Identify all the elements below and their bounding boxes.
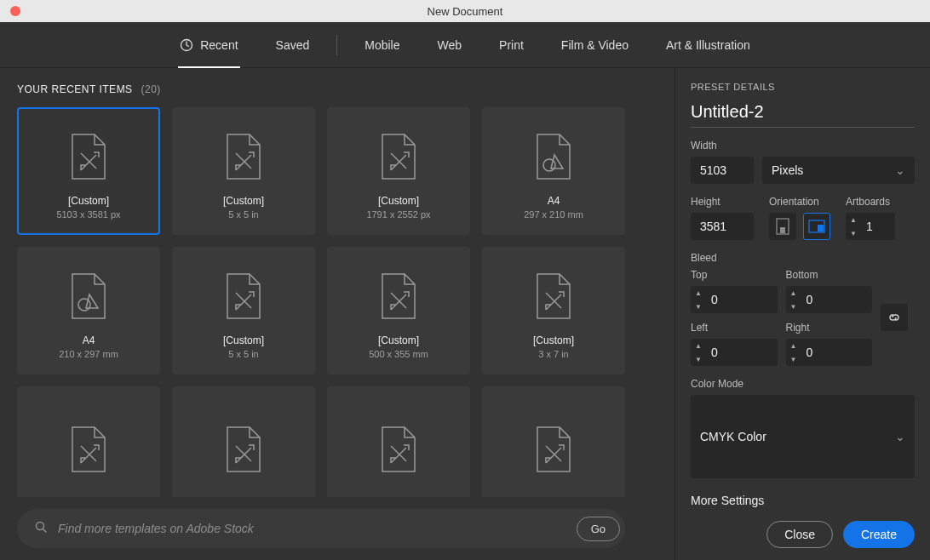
bleed-left-stepper[interactable]: ▲▼ [691,339,778,366]
document-icon [534,266,573,327]
chevron-down-icon: ⌄ [895,430,905,443]
preset-card[interactable]: [Custom]1791 x 2552 px [327,107,470,235]
more-settings-link[interactable]: More Settings [691,494,915,507]
document-name-input[interactable] [691,100,915,128]
bleed-bottom-label: Bottom [786,269,873,281]
bleed-left-input[interactable] [706,346,740,359]
preset-card[interactable]: [Custom]500 x 355 mm [327,247,470,374]
tab-art-illustration[interactable]: Art & Illustration [647,22,769,68]
bleed-top-label: Top [691,269,778,281]
tab-web[interactable]: Web [419,22,481,68]
bleed-label: Bleed [691,252,915,264]
preset-card[interactable]: [Custom]3 x 7 in [482,247,625,374]
bleed-bottom-input[interactable] [801,293,835,306]
card-subtitle: 1791 x 2552 px [366,209,430,221]
create-button[interactable]: Create [843,521,915,548]
tab-label: Mobile [365,38,399,52]
tab-film-video[interactable]: Film & Video [542,22,647,68]
preset-grid: [Custom]5103 x 3581 px[Custom]5 x 5 in[C… [17,107,657,497]
preset-card[interactable]: A4210 x 297 mm [17,247,160,374]
tab-label: Web [438,38,462,52]
card-subtitle: 5 x 5 in [223,209,264,221]
window-close-dot[interactable] [10,6,20,16]
preset-card[interactable]: [Custom]5 x 5 in [172,107,315,235]
titlebar: New Document [0,0,930,22]
chevron-down-icon: ⌄ [895,163,905,177]
card-title: A4 [83,334,95,346]
units-select[interactable]: Pixels ⌄ [762,157,915,184]
document-icon [69,266,108,327]
artboards-input[interactable] [861,220,895,233]
tab-recent[interactable]: Recent [161,22,256,68]
tab-print[interactable]: Print [480,22,542,68]
bleed-left-label: Left [691,322,778,334]
document-icon [534,419,573,480]
card-title: [Custom] [223,195,264,207]
preset-details-panel: PRESET DETAILS Width Pixels ⌄ Height Ori… [675,68,930,560]
go-button[interactable]: Go [577,517,620,541]
tab-mobile[interactable]: Mobile [346,22,418,68]
preset-card[interactable]: [Custom]5103 x 3581 px [17,107,160,235]
svg-rect-6 [780,227,785,233]
template-search: Go [17,509,625,548]
units-value: Pixels [772,163,803,177]
document-icon [379,419,418,480]
bleed-right-input[interactable] [801,346,835,359]
presets-panel: YOUR RECENT ITEMS (20) [Custom]5103 x 35… [0,68,675,560]
orientation-label: Orientation [769,196,830,208]
bleed-top-stepper[interactable]: ▲▼ [691,286,778,313]
orientation-portrait-button[interactable] [769,213,796,240]
orientation-landscape-button[interactable] [803,213,830,240]
width-input[interactable] [691,157,754,184]
document-icon [69,126,108,187]
card-subtitle: 210 x 297 mm [59,348,118,361]
colormode-select[interactable]: CMYK Color ⌄ [691,395,915,478]
card-subtitle: 500 x 355 mm [369,348,428,361]
bleed-bottom-stepper[interactable]: ▲▼ [786,286,873,313]
bleed-right-label: Right [786,322,873,334]
colormode-value: CMYK Color [700,430,766,443]
card-subtitle: 297 x 210 mm [524,209,583,221]
document-icon [69,419,108,480]
preset-card[interactable] [327,386,470,497]
preset-card[interactable] [482,386,625,497]
document-icon [379,266,418,327]
card-title: [Custom] [378,334,419,346]
document-icon [224,419,263,480]
svg-rect-8 [818,225,824,231]
document-icon [379,126,418,187]
height-label: Height [691,196,754,208]
bleed-right-stepper[interactable]: ▲▼ [786,339,873,366]
colormode-label: Color Mode [691,378,915,390]
preset-card[interactable] [172,386,315,497]
height-input[interactable] [691,213,754,240]
tab-label: Art & Illustration [666,38,750,52]
recent-icon [180,38,193,52]
search-input[interactable] [58,522,566,535]
card-subtitle: 5 x 5 in [223,348,264,361]
document-icon [224,126,263,187]
card-title: [Custom] [223,334,264,346]
link-bleed-toggle[interactable] [881,304,908,331]
close-button[interactable]: Close [766,521,833,548]
step-down-icon[interactable]: ▼ [846,226,861,240]
artboards-label: Artboards [846,196,895,208]
step-up-icon[interactable]: ▲ [846,213,861,226]
preset-card[interactable]: [Custom]5 x 5 in [172,247,315,374]
bleed-top-input[interactable] [706,293,740,306]
search-icon [34,520,48,537]
svg-line-4 [43,529,47,533]
tab-saved[interactable]: Saved [257,22,329,68]
recent-count: (20) [141,83,160,95]
width-label: Width [691,140,915,151]
preset-card[interactable] [17,386,160,497]
preset-card[interactable]: A4297 x 210 mm [482,107,625,235]
card-subtitle: 3 x 7 in [533,348,574,361]
tab-label: Saved [276,38,310,52]
card-title: [Custom] [378,195,419,207]
tab-label: Recent [200,38,238,52]
artboards-stepper[interactable]: ▲▼ [846,213,895,240]
category-tabs: Recent Saved Mobile Web Print Film & Vid… [0,22,930,68]
document-icon [534,126,573,187]
document-icon [224,266,263,327]
